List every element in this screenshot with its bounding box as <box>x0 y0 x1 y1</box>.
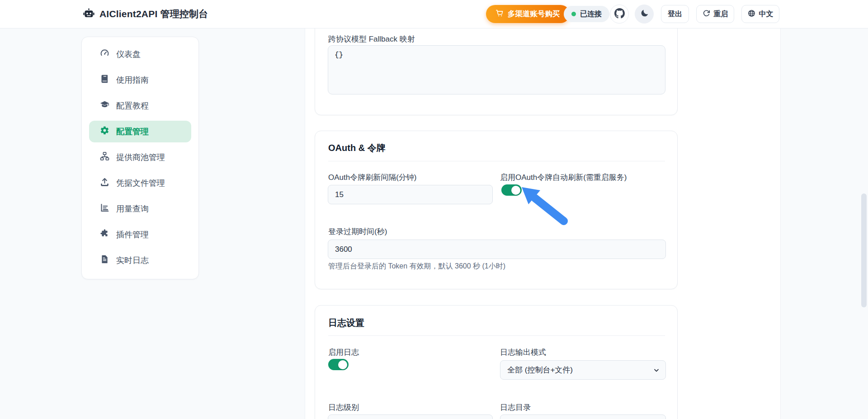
multi-channel-buy-button[interactable]: 多渠道账号购买 <box>486 5 570 23</box>
gauge-icon <box>100 48 109 60</box>
oauth-token-card: OAuth & 令牌 OAuth令牌刷新间隔(分钟) 启用OAuth令牌自动刷新… <box>315 131 678 289</box>
cart-icon <box>495 9 504 19</box>
log-output-mode-select[interactable]: 全部 (控制台+文件) <box>500 360 666 380</box>
sidebar-item-label: 仪表盘 <box>116 49 141 60</box>
oauth-section-title: OAuth & 令牌 <box>328 142 386 154</box>
scrollbar-thumb[interactable] <box>861 193 867 307</box>
log-output-mode-value: 全部 (控制台+文件) <box>507 365 573 375</box>
log-settings-card: 日志设置 启用日志 日志输出模式 全部 (控制台+文件) 日志级别 日志目录 <box>315 305 678 419</box>
restart-button[interactable]: 重启 <box>696 5 734 23</box>
sidebar-nav: 仪表盘 使用指南 配置教程 配置管理 提供商池管理 凭据文件管理 用量查询 <box>81 37 199 279</box>
bar-chart-icon <box>100 203 109 215</box>
oauth-refresh-interval-label: OAuth令牌刷新间隔(分钟) <box>328 172 417 183</box>
fallback-mapping-label: 跨协议模型 Fallback 映射 <box>328 34 415 44</box>
upload-icon <box>100 177 109 189</box>
login-expiry-help-text: 管理后台登录后的 Token 有效期，默认 3600 秒 (1小时) <box>328 262 505 271</box>
oauth-auto-refresh-toggle[interactable] <box>501 184 522 196</box>
logout-button[interactable]: 登出 <box>661 5 689 23</box>
language-button[interactable]: 中文 <box>741 5 779 23</box>
page-title: AIClient2API 管理控制台 <box>99 8 208 20</box>
login-expiry-input[interactable] <box>328 240 666 259</box>
gear-icon <box>100 126 109 137</box>
puzzle-icon <box>100 229 109 240</box>
app-window: AIClient2API 管理控制台 多渠道账号购买 已连接 登出 <box>0 0 868 419</box>
oauth-refresh-interval-input[interactable] <box>328 185 493 204</box>
sidebar-item-label: 用量查询 <box>116 203 149 214</box>
divider <box>328 161 665 161</box>
app-logo: AIClient2API 管理控制台 <box>83 0 208 28</box>
annotation-arrow-icon <box>516 184 576 226</box>
divider <box>328 335 665 336</box>
enable-log-label: 启用日志 <box>328 347 359 358</box>
log-dir-label: 日志目录 <box>500 402 531 413</box>
sidebar-item-user-guide[interactable]: 使用指南 <box>89 69 191 91</box>
book-icon <box>100 74 109 86</box>
log-level-input[interactable] <box>328 414 493 419</box>
sidebar-item-realtime-logs[interactable]: 实时日志 <box>89 250 191 271</box>
log-file-icon <box>100 254 109 266</box>
status-dot-icon <box>571 12 576 16</box>
dark-mode-toggle-button[interactable] <box>635 5 654 24</box>
globe-icon <box>748 9 755 19</box>
sidebar-item-label: 配置管理 <box>116 126 149 137</box>
sidebar-item-label: 提供商池管理 <box>116 152 165 163</box>
sidebar-item-label: 插件管理 <box>116 229 149 240</box>
chevron-down-icon <box>653 367 660 374</box>
github-icon <box>614 8 625 20</box>
sidebar-item-config-tutorial[interactable]: 配置教程 <box>89 95 191 117</box>
oauth-auto-refresh-label: 启用OAuth令牌自动刷新(需重启服务) <box>500 172 627 183</box>
robot-icon <box>83 7 95 21</box>
sidebar-item-provider-pool[interactable]: 提供商池管理 <box>89 146 191 168</box>
log-dir-input[interactable] <box>500 414 666 419</box>
sidebar-item-usage-query[interactable]: 用量查询 <box>89 198 191 220</box>
sidebar-item-label: 凭据文件管理 <box>116 178 165 188</box>
moon-icon <box>640 9 649 20</box>
sitemap-icon <box>100 151 109 163</box>
sidebar-item-label: 使用指南 <box>116 75 149 85</box>
enable-log-toggle[interactable] <box>328 359 349 370</box>
graduation-cap-icon <box>100 100 109 112</box>
log-output-mode-label: 日志输出模式 <box>500 347 546 358</box>
sidebar-item-label: 配置教程 <box>116 100 149 111</box>
sidebar-item-dashboard[interactable]: 仪表盘 <box>89 43 191 65</box>
refresh-icon <box>703 9 710 19</box>
sidebar-item-label: 实时日志 <box>116 255 149 266</box>
connection-status-badge: 已连接 <box>564 6 609 22</box>
sidebar-item-plugin-management[interactable]: 插件管理 <box>89 224 191 245</box>
sidebar-item-credential-files[interactable]: 凭据文件管理 <box>89 172 191 194</box>
fallback-mapping-textarea[interactable]: {} <box>328 45 665 94</box>
top-header: AIClient2API 管理控制台 多渠道账号购买 已连接 登出 <box>0 0 868 28</box>
log-section-title: 日志设置 <box>328 317 364 329</box>
log-level-label: 日志级别 <box>328 402 359 413</box>
github-button[interactable] <box>610 5 629 24</box>
sidebar-item-config-management[interactable]: 配置管理 <box>89 121 191 142</box>
login-expiry-label: 登录过期时间(秒) <box>328 226 387 237</box>
